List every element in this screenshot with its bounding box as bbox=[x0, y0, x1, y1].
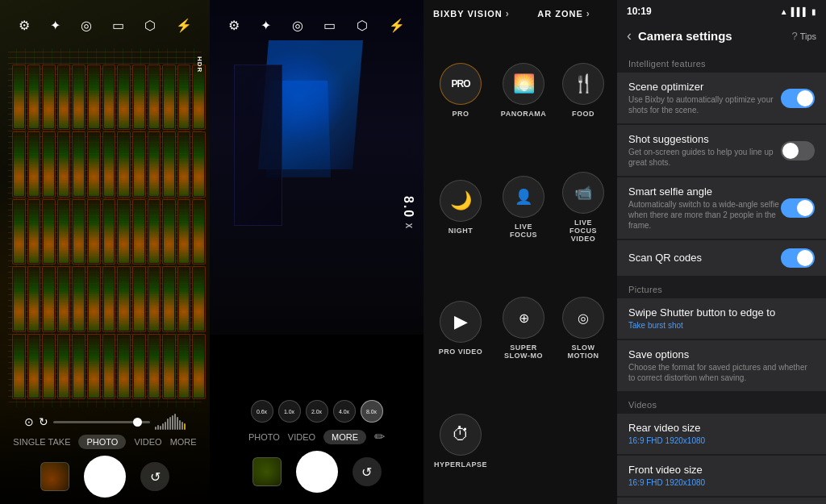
mode-more-mid[interactable]: MORE bbox=[323, 430, 366, 444]
scan-qr-toggle[interactable] bbox=[781, 248, 815, 268]
section-label-pictures: Pictures bbox=[617, 277, 826, 298]
ar-zone-button[interactable]: AR ZONE › bbox=[520, 8, 607, 19]
edit-icon[interactable]: ✏ bbox=[374, 429, 385, 444]
settings-item-advanced-recording[interactable]: Advanced recording options Choose whethe… bbox=[617, 498, 826, 504]
filter-icon-mid[interactable]: ⬡ bbox=[357, 18, 368, 33]
front-video-title: Front video size bbox=[628, 464, 815, 476]
rear-video-content: Rear video size 16:9 FHD 1920x1080 bbox=[628, 422, 815, 446]
mode-item-live-focus-video[interactable]: 📹 LIVE FOCUS VIDEO bbox=[553, 144, 613, 269]
zoom-track[interactable] bbox=[53, 421, 150, 423]
aspect-icon-mid[interactable]: ▭ bbox=[323, 18, 336, 33]
settings-item-scene-optimizer[interactable]: Scene optimizer Use Bixby to automatical… bbox=[617, 73, 826, 123]
shot-suggestions-content: Shot suggestions Get on-screen guides to… bbox=[628, 133, 781, 168]
gallery-thumbnail-mid[interactable] bbox=[252, 457, 282, 486]
more-icon-mid[interactable]: ⚡ bbox=[389, 18, 405, 33]
flip-camera-button-mid[interactable]: ↺ bbox=[353, 457, 382, 486]
swipe-shutter-content: Swipe Shutter button to edge to Take bur… bbox=[628, 306, 815, 331]
zoom-dot-20x[interactable]: 2.0x bbox=[306, 400, 328, 423]
mode-item-pro-video[interactable]: ▶ PRO VIDEO bbox=[428, 270, 494, 387]
camera-panel-mid-left: 8.0 X ⚙ ✦ ◎ ▭ ⬡ ⚡ 0.6x 1.0x 2.0x 4.0x 8.… bbox=[210, 0, 423, 504]
mode-more[interactable]: MORE bbox=[170, 437, 197, 447]
signal-icon: ▌▌▌ bbox=[791, 7, 808, 16]
mode-icon-pro-video: ▶ bbox=[440, 301, 482, 343]
tips-section[interactable]: ? Tips bbox=[791, 30, 816, 42]
settings-item-smart-selfie[interactable]: Smart selfie angle Automatically switch … bbox=[617, 177, 826, 239]
mode-row-left: SINGLE TAKE PHOTO VIDEO MORE bbox=[13, 435, 196, 449]
zoom-dot-40x[interactable]: 4.0x bbox=[333, 400, 356, 423]
more-icon[interactable]: ⚡ bbox=[176, 18, 192, 33]
scene-optimizer-content: Scene optimizer Use Bixby to automatical… bbox=[628, 81, 781, 115]
mode-item-food[interactable]: 🍴 FOOD bbox=[553, 35, 613, 144]
bixby-vision-button[interactable]: BIXBY VISION › bbox=[433, 8, 520, 19]
settings-item-rear-video[interactable]: Rear video size 16:9 FHD 1920x1080 bbox=[617, 414, 826, 454]
settings-item-front-video[interactable]: Front video size 16:9 FHD 1920x1080 bbox=[617, 456, 826, 496]
zoom-dot-80x[interactable]: 8.0x bbox=[361, 400, 383, 423]
rear-video-title: Rear video size bbox=[628, 422, 815, 434]
mode-icon-hyperlapse: ⏱ bbox=[440, 414, 482, 456]
scene-optimizer-toggle[interactable] bbox=[781, 89, 815, 108]
shot-suggestions-toggle-thumb bbox=[782, 143, 799, 159]
mode-icon-slow-motion: ◎ bbox=[562, 297, 604, 339]
zoom-out-icon[interactable]: ⊙ bbox=[24, 415, 34, 428]
zoom-slider-row: ⊙ ↻ bbox=[24, 414, 186, 430]
mode-item-live-focus[interactable]: 👤 LIVE FOCUS bbox=[494, 144, 553, 269]
scan-qr-toggle-thumb bbox=[797, 250, 813, 266]
flip-camera-button[interactable]: ↺ bbox=[140, 462, 169, 491]
save-options-title: Save options bbox=[628, 348, 815, 360]
smart-selfie-desc: Automatically switch to a wide-angle sel… bbox=[628, 199, 781, 231]
shutter-button[interactable] bbox=[84, 456, 126, 498]
mode-icon-super-slow-mo: ⊕ bbox=[503, 297, 544, 339]
flash-icon-mid[interactable]: ✦ bbox=[261, 18, 271, 33]
shot-suggestions-toggle[interactable] bbox=[781, 141, 815, 160]
keyboard-keys bbox=[12, 65, 206, 399]
mode-item-hyperlapse[interactable]: ⏱ HYPERLAPSE bbox=[428, 387, 494, 496]
mode-label-live-focus-video: LIVE FOCUS VIDEO bbox=[560, 219, 607, 243]
flash-icon[interactable]: ✦ bbox=[50, 18, 60, 33]
mode-grid: PRO PRO 🌅 PANORAMA 🍴 FOOD 🌙 NIGHT 👤 LIVE… bbox=[423, 27, 617, 504]
zoom-dots-row: 0.6x 1.0x 2.0x 4.0x 8.0x bbox=[251, 400, 383, 423]
mode-row-mid: PHOTO VIDEO MORE ✏ bbox=[248, 429, 385, 444]
settings-icon-mid[interactable]: ⚙ bbox=[228, 18, 240, 33]
zoom-bar-viz bbox=[155, 414, 186, 430]
mode-item-pro[interactable]: PRO PRO bbox=[428, 35, 494, 144]
shutter-button-mid[interactable] bbox=[296, 451, 338, 493]
mode-item-slow-motion[interactable]: ◎ SLOW MOTION bbox=[553, 270, 613, 387]
mode-item-panorama[interactable]: 🌅 PANORAMA bbox=[494, 35, 553, 144]
bixby-chevron-icon: › bbox=[506, 8, 510, 19]
gallery-thumbnail[interactable] bbox=[40, 462, 69, 491]
filter-icon[interactable]: ⬡ bbox=[144, 18, 156, 33]
mode-label-super-slow-mo: SUPER SLOW-MO bbox=[500, 344, 547, 360]
back-button[interactable]: ‹ bbox=[627, 27, 632, 44]
zoom-thumb[interactable] bbox=[133, 418, 142, 427]
rotate-icon[interactable]: ↻ bbox=[39, 415, 48, 428]
mode-photo[interactable]: PHOTO bbox=[78, 435, 126, 449]
mode-label-food: FOOD bbox=[572, 110, 594, 118]
swipe-shutter-desc: Take burst shot bbox=[628, 320, 815, 331]
timer-icon[interactable]: ◎ bbox=[81, 18, 92, 33]
aspect-icon[interactable]: ▭ bbox=[112, 18, 124, 33]
scene-optimizer-desc: Use Bixby to automatically optimize your… bbox=[628, 94, 781, 115]
smart-selfie-toggle[interactable] bbox=[781, 198, 815, 218]
scan-qr-content: Scan QR codes bbox=[628, 252, 781, 265]
section-label-intelligent: Intelligent features bbox=[617, 51, 826, 72]
zoom-dot-10x[interactable]: 1.0x bbox=[278, 400, 301, 423]
tips-label: Tips bbox=[800, 31, 816, 41]
settings-item-swipe-shutter[interactable]: Swipe Shutter button to edge to Take bur… bbox=[617, 298, 826, 339]
settings-item-save-options[interactable]: Save options Choose the format for saved… bbox=[617, 340, 826, 391]
mode-video-mid[interactable]: VIDEO bbox=[288, 432, 315, 442]
mode-item-super-slow-mo[interactable]: ⊕ SUPER SLOW-MO bbox=[494, 270, 553, 387]
save-options-content: Save options Choose the format for saved… bbox=[628, 348, 815, 383]
mode-photo-mid[interactable]: PHOTO bbox=[248, 432, 280, 442]
front-video-content: Front video size 16:9 FHD 1920x1080 bbox=[628, 464, 815, 488]
front-video-desc: 16:9 FHD 1920x1080 bbox=[628, 477, 815, 488]
mode-single-take[interactable]: SINGLE TAKE bbox=[13, 437, 70, 447]
settings-item-shot-suggestions[interactable]: Shot suggestions Get on-screen guides to… bbox=[617, 125, 826, 176]
mode-header: BIXBY VISION › AR ZONE › bbox=[423, 0, 617, 27]
settings-icon[interactable]: ⚙ bbox=[19, 18, 30, 33]
zoom-dot-06x[interactable]: 0.6x bbox=[251, 400, 273, 423]
mode-video[interactable]: VIDEO bbox=[134, 437, 161, 447]
timer-icon-mid[interactable]: ◎ bbox=[292, 18, 303, 33]
shutter-row-left: ↺ bbox=[40, 456, 169, 498]
mode-item-night[interactable]: 🌙 NIGHT bbox=[428, 144, 494, 269]
settings-item-scan-qr[interactable]: Scan QR codes bbox=[617, 240, 826, 276]
